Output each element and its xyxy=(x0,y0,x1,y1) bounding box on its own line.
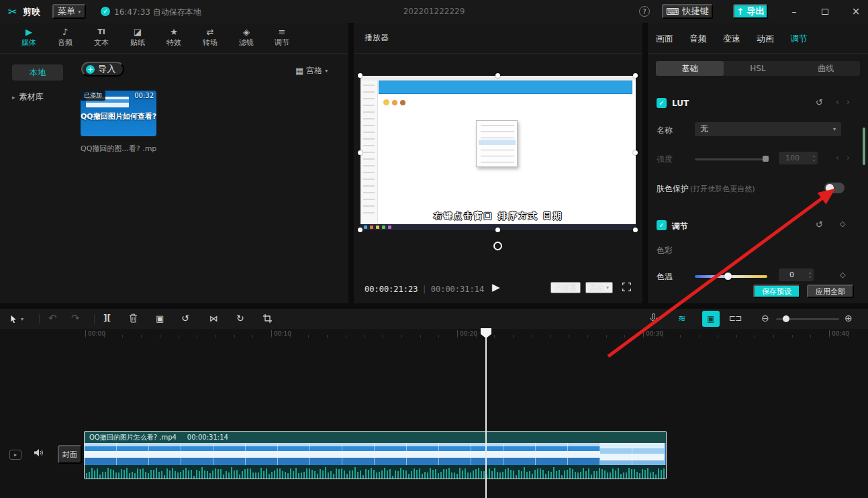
mirror-icon[interactable]: ⋈ xyxy=(209,313,218,323)
sidebar-item-local[interactable]: 本地 xyxy=(12,64,63,81)
magnet-snap-icon[interactable]: ≋ xyxy=(678,313,686,323)
app-window: ✂ 剪映 菜单 ▾ ✓ 16:47:33 自动保存本地 202201222229… xyxy=(0,0,868,498)
selection-handle[interactable] xyxy=(495,228,500,232)
export-button[interactable]: ↑ 导出 xyxy=(733,4,768,19)
stepper-icons[interactable]: ▴▾ xyxy=(809,270,811,279)
split-icon[interactable]: ][ xyxy=(103,313,111,323)
nav-item-transition[interactable]: ⇄ 转场 xyxy=(197,26,224,48)
save-preset-button[interactable]: 保存预设 xyxy=(753,285,800,298)
playhead-line[interactable] xyxy=(485,329,487,498)
sidebar-item-library[interactable]: ▸ 素材库 xyxy=(12,91,44,103)
mute-track-icon[interactable] xyxy=(34,448,44,459)
record-audio-icon[interactable] xyxy=(650,313,657,326)
help-icon[interactable]: ? xyxy=(639,6,650,17)
crop-icon[interactable] xyxy=(263,314,272,325)
chevron-right-icon[interactable]: › xyxy=(847,97,850,107)
menu-button[interactable]: 菜单 ▾ xyxy=(52,4,86,19)
selection-handle[interactable] xyxy=(495,73,500,78)
subtab-basic[interactable]: 基础 xyxy=(656,61,724,76)
selection-handle[interactable] xyxy=(358,150,363,155)
nav-item-audio[interactable]: ♪ 音频 xyxy=(52,26,79,48)
media-icon: ▶ xyxy=(15,26,42,38)
reset-icon[interactable]: ↺ xyxy=(816,219,823,230)
link-tracks-icon[interactable]: ▣ xyxy=(702,311,720,327)
selection-handle[interactable] xyxy=(358,73,363,78)
video-preview[interactable]: 右键点击窗口 排序方式 日期 xyxy=(360,76,636,230)
lut-name-dropdown[interactable]: 无 ▾ xyxy=(695,122,841,136)
rotate-icon[interactable]: ↻ xyxy=(236,313,244,323)
chevron-right-icon[interactable]: › xyxy=(847,153,850,162)
preview-axis-icon[interactable]: ⊏⊐ xyxy=(729,313,741,323)
autosave-status: 16:47:33 自动保存本地 xyxy=(114,7,201,18)
minimize-button[interactable]: – xyxy=(787,4,802,19)
total-time: 00:00:31:14 xyxy=(431,285,484,294)
import-button[interactable]: + 导入 xyxy=(81,62,124,77)
selection-handle[interactable] xyxy=(633,73,638,78)
keyframe-icon[interactable]: ◇ xyxy=(840,219,845,228)
keyframe-icon[interactable]: ◇ xyxy=(840,270,845,279)
shortcut-button[interactable]: ⌨ 快捷键 xyxy=(662,4,713,19)
inspector-subtabs: 基础 HSL 曲线 xyxy=(656,61,860,76)
apply-all-button[interactable]: 应用全部 xyxy=(807,285,854,298)
added-badge: 已添加 xyxy=(81,91,105,101)
nav-item-media[interactable]: ▶ 媒体 xyxy=(15,26,42,48)
zoom-in-icon[interactable]: ⊕ xyxy=(845,313,853,323)
chevron-left-icon[interactable]: ‹ xyxy=(836,97,839,107)
undo-icon[interactable]: ↶ xyxy=(48,312,57,324)
temperature-value-box[interactable]: 0 ▴▾ xyxy=(779,268,814,281)
nav-item-sticker[interactable]: ◪ 贴纸 xyxy=(124,26,151,48)
tab-adjust[interactable]: 调节 xyxy=(785,33,812,45)
tab-animation[interactable]: 动画 xyxy=(752,33,779,45)
play-button[interactable]: ▶ xyxy=(492,281,500,293)
maximize-icon xyxy=(822,9,828,15)
nav-item-text[interactable]: TI 文本 xyxy=(88,26,115,48)
fullscreen-icon[interactable] xyxy=(622,283,631,293)
effects-icon: ★ xyxy=(160,26,187,38)
nav-item-adjust[interactable]: ≡ 调节 xyxy=(269,26,295,48)
scrollbar[interactable] xyxy=(863,128,865,165)
strength-slider-handle[interactable] xyxy=(763,156,769,162)
zoom-out-icon[interactable]: ⊖ xyxy=(761,313,769,323)
subtab-hsl[interactable]: HSL xyxy=(724,61,791,76)
reset-icon[interactable]: ↺ xyxy=(816,97,823,107)
timeline-ruler[interactable]: 00:00 00:10 00:20 00:30 00:40 xyxy=(0,329,868,340)
quality-selector[interactable]: 原始 ▾ xyxy=(585,282,613,293)
tab-speed[interactable]: 变速 xyxy=(718,33,745,45)
chevron-left-icon[interactable]: ‹ xyxy=(836,153,839,162)
lut-checkbox[interactable]: ✓ xyxy=(657,98,667,108)
tab-audio[interactable]: 音频 xyxy=(685,33,712,45)
duration-badge: 00:32 xyxy=(134,92,154,99)
view-mode-selector[interactable]: ▦ 宫格 ▾ xyxy=(295,65,328,77)
skin-protect-toggle[interactable] xyxy=(824,183,845,193)
ruler-mark: 00:10 xyxy=(271,330,291,337)
close-button[interactable]: × xyxy=(849,4,863,19)
rotate-handle[interactable] xyxy=(493,242,502,250)
strength-slider[interactable] xyxy=(695,158,767,160)
scope-button[interactable]: 示波器 xyxy=(550,282,581,293)
selection-handle[interactable] xyxy=(633,150,638,155)
maximize-button[interactable] xyxy=(818,4,832,19)
freeze-frame-icon[interactable]: ▣ xyxy=(156,313,164,323)
skin-protect-hint: (打开使肤色更自然) xyxy=(690,184,755,194)
strength-value-box[interactable]: 100 ▴▾ xyxy=(779,152,818,164)
selection-handle[interactable] xyxy=(633,228,638,232)
media-item-thumbnail[interactable]: QQ撤回图片如何查看? 已添加 00:32 xyxy=(81,91,156,136)
nav-item-effects[interactable]: ★ 特效 xyxy=(160,26,187,48)
divider xyxy=(39,314,40,323)
delete-icon[interactable] xyxy=(129,313,138,325)
player-title: 播放器 xyxy=(354,23,642,54)
reverse-icon[interactable]: ↺ xyxy=(181,313,189,323)
redo-icon[interactable]: ↷ xyxy=(71,312,80,324)
select-tool-button[interactable]: ▾ xyxy=(7,311,23,326)
cover-button[interactable]: 封面 xyxy=(58,445,82,464)
selection-handle[interactable] xyxy=(358,228,363,232)
subtab-curve[interactable]: 曲线 xyxy=(792,61,860,76)
timeline-zoom-handle[interactable] xyxy=(783,315,789,322)
stepper-icons[interactable]: ▴▾ xyxy=(813,153,815,162)
tab-picture[interactable]: 画面 xyxy=(651,33,678,45)
nav-item-filter[interactable]: ◈ 滤镜 xyxy=(233,26,260,48)
video-clip[interactable]: QQ撤回的图片怎么看? .mp4 00:00:31:14 xyxy=(84,431,667,479)
track-collapse-icon[interactable]: ▸ xyxy=(9,450,21,460)
temperature-slider-handle[interactable] xyxy=(724,272,732,280)
adjust-checkbox[interactable]: ✓ xyxy=(657,220,667,230)
